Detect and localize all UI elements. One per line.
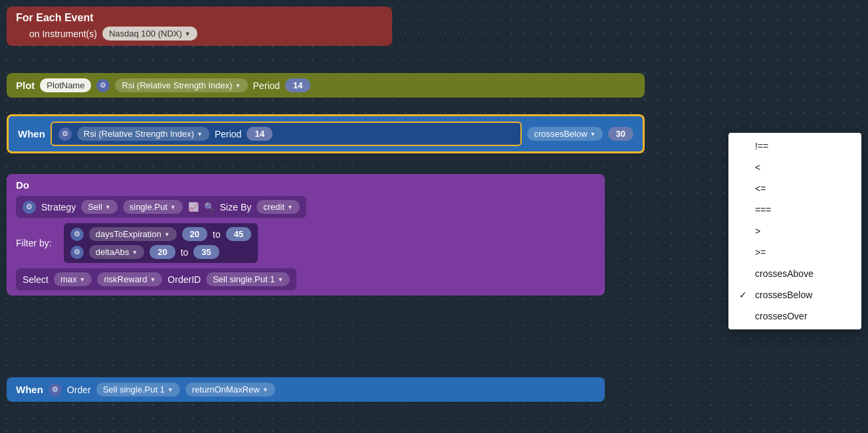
when2-order-label: Order: [67, 385, 91, 395]
filter-row-2: ⚙ deltaAbs 20 to 35: [70, 245, 252, 259]
search-chart-icon: 🔍: [204, 202, 215, 212]
filter1-field-dropdown[interactable]: daysToExpiration: [89, 227, 177, 241]
do-label: Do: [16, 179, 29, 191]
menu-item-label: <=: [755, 183, 766, 194]
when-period-label: Period: [215, 129, 241, 139]
for-each-block: For Each Event on Instrument(s) Nasdaq 1…: [7, 7, 392, 46]
comparator-dropdown-menu: !==<<====>>=crossesAbove✓crossesBelowcro…: [728, 133, 861, 329]
when2-block: When ⚙ Order Sell single.Put 1 returnOnM…: [7, 377, 605, 402]
when-indicator-dropdown[interactable]: Rsi (Relative Strength Index): [77, 127, 209, 141]
instrument-dropdown[interactable]: Nasdaq 100 (NDX): [102, 27, 197, 41]
size-by-dropdown[interactable]: credit: [257, 200, 300, 214]
plot-name: PlotName: [47, 80, 84, 90]
menu-item-label: >: [755, 226, 760, 236]
menu-item-label: crossesAbove: [755, 268, 814, 279]
plot-indicator: Rsi (Relative Strength Index): [122, 80, 232, 90]
plot-label: Plot: [16, 80, 35, 91]
plot-name-pill[interactable]: PlotName: [40, 78, 91, 92]
menu-item-[interactable]: <: [728, 157, 861, 178]
filter1-from[interactable]: 20: [182, 227, 207, 241]
menu-item-crossesOver[interactable]: crossesOver: [728, 305, 861, 327]
when-comparator-value[interactable]: 30: [608, 127, 633, 141]
filter-row-1: ⚙ daysToExpiration 20 to 45: [70, 227, 252, 241]
when-block: When ⚙ Rsi (Relative Strength Index) Per…: [7, 114, 645, 153]
plot-block: Plot PlotName ⚙ Rsi (Relative Strength I…: [7, 73, 645, 98]
strategy-action: Sell: [88, 202, 102, 212]
when-inner: ⚙ Rsi (Relative Strength Index) Period 1…: [51, 122, 522, 146]
menu-item-[interactable]: !==: [728, 135, 861, 157]
menu-item-label: crossesOver: [755, 311, 808, 321]
when-label: When: [18, 128, 45, 139]
filter2-to-label: to: [181, 247, 189, 258]
menu-item-check: ✓: [739, 290, 750, 300]
size-by-label: Size By: [220, 202, 251, 213]
when2-field-dropdown[interactable]: returnOnMaxRew: [185, 383, 275, 396]
chart-icon: 📈: [188, 202, 199, 212]
strategy-block: ⚙ Strategy Sell single.Put 📈 🔍 Size By c…: [16, 196, 306, 218]
menu-item-[interactable]: <=: [728, 178, 861, 199]
filter1-gear-icon[interactable]: ⚙: [70, 228, 84, 241]
select-field: riskReward: [104, 274, 147, 284]
for-each-row: on Instrument(s) Nasdaq 100 (NDX): [29, 27, 197, 41]
menu-item-[interactable]: >: [728, 220, 861, 242]
plot-period-label: Period: [253, 80, 280, 91]
menu-item-label: !==: [755, 141, 768, 151]
instrument-label: on Instrument(s): [29, 29, 97, 39]
when-gear-icon[interactable]: ⚙: [58, 128, 72, 141]
strategy-label: Strategy: [41, 202, 76, 213]
when2-field: returnOnMaxRew: [192, 385, 260, 394]
menu-item-label: <: [755, 162, 760, 173]
when-comparator: crossesBelow: [534, 129, 587, 139]
filter-block: ⚙ daysToExpiration 20 to 45 ⚙ deltaAbs 2…: [64, 223, 259, 263]
strategy-gear-icon[interactable]: ⚙: [23, 201, 36, 214]
menu-item-crossesBelow[interactable]: ✓crossesBelow: [728, 284, 861, 305]
select-block: Select max riskReward OrderID Sell singl…: [16, 268, 296, 290]
filter2-to-val[interactable]: 35: [193, 245, 219, 259]
filter-row: Filter by: ⚙ daysToExpiration 20 to 45 ⚙: [16, 223, 258, 263]
menu-item-[interactable]: ===: [728, 199, 861, 220]
size-by-value: credit: [263, 202, 284, 212]
strategy-type: single.Put: [130, 202, 167, 212]
do-header-row: Do: [16, 179, 29, 191]
menu-item-label: >=: [755, 247, 766, 258]
filter2-field: deltaAbs: [96, 247, 130, 257]
when2-label: When: [16, 384, 43, 395]
strategy-action-dropdown[interactable]: Sell: [81, 200, 118, 214]
for-each-title: For Each Event: [16, 12, 93, 24]
select-order-value: Sell single.Put 1: [213, 274, 274, 284]
filter1-field: daysToExpiration: [96, 229, 162, 239]
when-indicator: Rsi (Relative Strength Index): [84, 129, 194, 139]
filter2-gear-icon[interactable]: ⚙: [70, 246, 84, 259]
strategy-type-dropdown[interactable]: single.Put: [123, 200, 183, 214]
do-block: Do ⚙ Strategy Sell single.Put 📈 🔍 Size B…: [7, 174, 605, 296]
when2-order-dropdown[interactable]: Sell single.Put 1: [96, 383, 180, 396]
select-method-dropdown[interactable]: max: [54, 272, 92, 286]
menu-item-label: crossesBelow: [755, 290, 812, 300]
plot-period-value[interactable]: 14: [285, 78, 310, 92]
when-comparator-dropdown[interactable]: crossesBelow: [527, 127, 602, 141]
menu-item-crossesAbove[interactable]: crossesAbove: [728, 263, 861, 284]
menu-item-label: ===: [755, 205, 772, 215]
filter2-field-dropdown[interactable]: deltaAbs: [89, 245, 145, 259]
filter1-to-val[interactable]: 45: [226, 227, 251, 241]
when-period-value[interactable]: 14: [247, 127, 272, 141]
select-order-dropdown[interactable]: Sell single.Put 1: [206, 272, 290, 286]
instrument-value: Nasdaq 100 (NDX): [109, 29, 182, 39]
select-label: Select: [23, 274, 49, 285]
menu-item-[interactable]: >=: [728, 242, 861, 263]
filter2-from[interactable]: 20: [150, 245, 175, 259]
canvas: For Each Event on Instrument(s) Nasdaq 1…: [0, 0, 868, 433]
filter-label: Filter by:: [16, 238, 52, 248]
plot-indicator-dropdown[interactable]: Rsi (Relative Strength Index): [115, 78, 247, 92]
plot-gear-icon[interactable]: ⚙: [96, 79, 110, 92]
when2-gear-icon[interactable]: ⚙: [49, 383, 62, 396]
order-id-label: OrderID: [167, 274, 201, 285]
when2-order-value: Sell single.Put 1: [103, 385, 165, 394]
select-field-dropdown[interactable]: riskReward: [97, 272, 162, 286]
filter1-to-label: to: [213, 229, 221, 240]
select-method: max: [60, 274, 77, 284]
